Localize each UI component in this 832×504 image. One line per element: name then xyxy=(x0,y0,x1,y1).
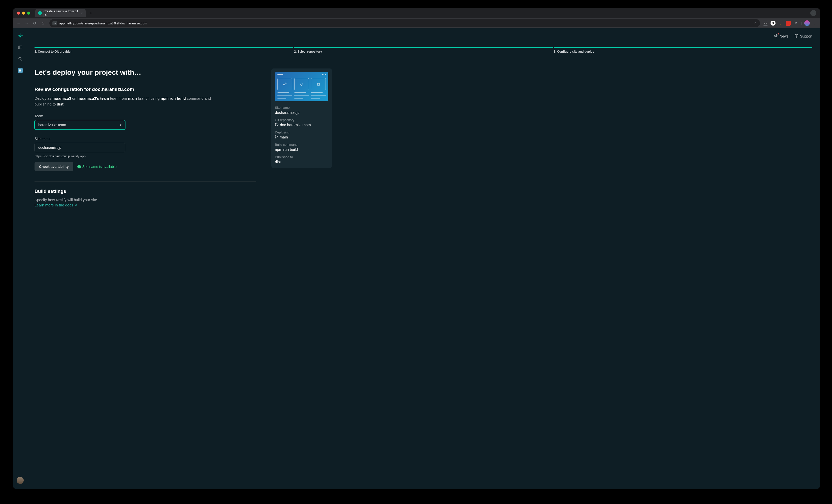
browser-nav-bar: ← → ⟳ ⌂ ⊶ app.netlify.com/start/repos/ha… xyxy=(13,18,353,28)
svg-point-16 xyxy=(277,136,278,136)
build-settings-heading: Build settings xyxy=(34,189,256,194)
main-content: News Support 1. Connect to Git provider … xyxy=(27,28,353,214)
maximize-window-button[interactable] xyxy=(27,11,30,15)
availability-status: ✓ Site name is available xyxy=(77,165,116,169)
browser-tab[interactable]: Create a new site from git | C × xyxy=(35,9,86,17)
github-icon xyxy=(275,122,279,127)
stepper: 1. Connect to Git provider 2. Select rep… xyxy=(34,47,353,53)
step-select[interactable]: 2. Select repository xyxy=(294,47,353,53)
browser-window: Create a new site from git | C × + ⌄ ← →… xyxy=(13,8,353,214)
summary-deploying-value: main xyxy=(275,135,328,139)
left-rail: H xyxy=(13,28,27,214)
url-preview: https://docharamizujp.netlify.app xyxy=(34,154,125,158)
page-title: Let's deploy your project with… xyxy=(34,68,256,77)
team-badge[interactable]: H xyxy=(16,66,25,75)
netlify-favicon xyxy=(37,11,42,16)
summary-git-label: Git repository xyxy=(275,118,328,122)
svg-line-8 xyxy=(21,60,22,61)
team-field: Team haramizu3's team ▾ xyxy=(34,114,125,130)
svg-point-15 xyxy=(276,137,276,138)
close-tab-icon[interactable]: × xyxy=(81,11,83,15)
review-heading: Review configuration for doc.haramizu.co… xyxy=(34,87,256,92)
team-label: Team xyxy=(34,114,125,118)
summary-published-value: dist xyxy=(275,160,328,164)
team-select[interactable]: haramizu3's team ▾ xyxy=(34,120,125,130)
summary-hero-image xyxy=(275,72,328,101)
back-button[interactable]: ← xyxy=(15,20,22,27)
summary-git-value: doc.haramizu.com xyxy=(275,122,328,127)
search-icon[interactable] xyxy=(16,54,25,63)
summary-deploying-label: Deploying xyxy=(275,131,328,134)
sitename-input[interactable] xyxy=(38,145,122,149)
browser-tab-bar: Create a new site from git | C × + ⌄ xyxy=(13,8,353,18)
home-button[interactable]: ⌂ xyxy=(39,20,46,27)
svg-point-14 xyxy=(276,135,276,136)
netlify-logo[interactable] xyxy=(16,31,25,40)
minimize-window-button[interactable] xyxy=(22,11,25,15)
close-window-button[interactable] xyxy=(17,11,20,15)
url-text: app.netlify.com/start/repos/haramizu3%2F… xyxy=(59,21,147,25)
summary-card: Site name docharamizujp Git repository d… xyxy=(271,68,332,168)
summary-sitename-value: docharamizujp xyxy=(275,110,328,115)
summary-published-label: Published to xyxy=(275,155,328,159)
build-settings-subtext: Specify how Netlify will build your site… xyxy=(34,198,256,202)
svg-rect-4 xyxy=(19,35,21,37)
summary-sitename-label: Site name xyxy=(275,106,328,110)
sitename-input-wrap[interactable] xyxy=(34,143,125,152)
branch-icon xyxy=(275,135,278,139)
chevron-down-icon: ▾ xyxy=(120,123,122,127)
svg-point-11 xyxy=(285,83,286,84)
divider xyxy=(34,181,256,181)
learn-more-link[interactable]: Learn more in the docs ↗ xyxy=(34,203,77,207)
reload-button[interactable]: ⟳ xyxy=(31,20,38,27)
deploy-description: Deploy as haramizu3 on haramizu3's team … xyxy=(34,96,226,107)
sitename-field: Site name https://docharamizujp.netlify.… xyxy=(34,137,125,171)
sitename-label: Site name xyxy=(34,137,125,141)
check-availability-button[interactable]: Check availability xyxy=(34,162,73,171)
step-connect[interactable]: 1. Connect to Git provider xyxy=(34,47,293,53)
tab-title: Create a new site from git | C xyxy=(44,9,79,17)
svg-rect-5 xyxy=(18,46,22,49)
check-icon: ✓ xyxy=(77,165,81,168)
summary-buildcmd-value: npm run build xyxy=(275,147,328,151)
svg-rect-12 xyxy=(300,83,303,86)
svg-point-7 xyxy=(19,57,21,60)
url-bar[interactable]: ⊶ app.netlify.com/start/repos/haramizu3%… xyxy=(49,19,353,27)
summary-buildcmd-label: Build command xyxy=(275,143,328,146)
external-link-icon: ↗ xyxy=(74,203,77,207)
panel-icon[interactable] xyxy=(16,43,25,52)
forward-button[interactable]: → xyxy=(23,20,30,27)
new-tab-button[interactable]: + xyxy=(88,11,94,16)
app-viewport: H News Support xyxy=(13,28,353,214)
site-info-icon[interactable]: ⊶ xyxy=(52,21,57,25)
window-controls xyxy=(14,11,33,15)
svg-rect-13 xyxy=(317,83,319,85)
